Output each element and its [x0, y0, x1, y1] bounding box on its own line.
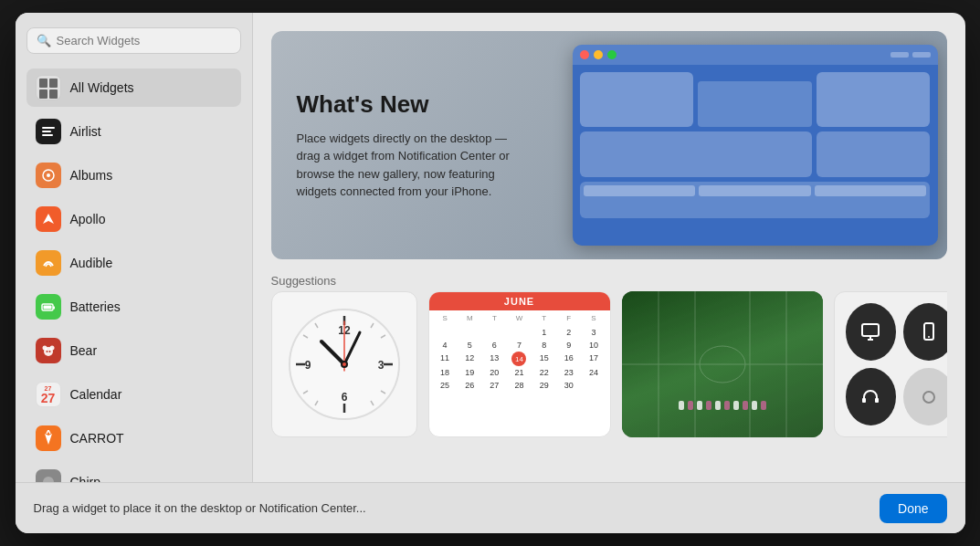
all-widgets-icon: [36, 75, 61, 100]
people-figures: [640, 401, 805, 410]
headphone-control: [846, 368, 897, 425]
sidebar-item-label: CARROT: [70, 431, 124, 446]
footer: Drag a widget to place it on the desktop…: [16, 482, 965, 533]
apollo-icon: [36, 206, 61, 232]
chirp-icon: [36, 469, 61, 482]
search-icon: 🔍: [37, 34, 51, 47]
svg-rect-7: [43, 306, 51, 310]
hero-title: What's New: [297, 90, 538, 119]
svg-rect-2: [42, 134, 53, 136]
svg-point-35: [342, 362, 346, 366]
traffic-light-yellow: [594, 50, 603, 59]
sidebar-item-batteries[interactable]: Batteries: [26, 288, 241, 326]
svg-point-46: [928, 336, 930, 338]
svg-rect-48: [875, 398, 879, 403]
svg-text:3: 3: [377, 359, 384, 372]
cal-month-header: JUNE: [429, 292, 610, 310]
svg-point-10: [49, 346, 54, 351]
today-marker: 14: [511, 352, 526, 366]
sidebar-item-all-widgets[interactable]: All Widgets: [26, 68, 241, 107]
inactive-control: [903, 368, 947, 425]
sidebar-item-audible[interactable]: Audible: [26, 244, 241, 282]
sidebar-item-chirp[interactable]: Chirp: [26, 463, 241, 482]
window-mockup: [573, 45, 938, 246]
cal-days-header: S M T W T F S: [429, 310, 610, 326]
hero-image: [564, 31, 947, 259]
cal-day-label: W: [507, 312, 532, 324]
sidebar-item-label: All Widgets: [70, 80, 134, 95]
calendar-icon-sidebar: 27 27: [36, 382, 61, 407]
traffic-light-red: [580, 50, 589, 59]
traffic-light-green: [607, 50, 616, 59]
sidebar-item-carrot[interactable]: CARROT: [26, 419, 241, 457]
svg-point-12: [48, 351, 50, 352]
sidebar-item-label: Apollo: [70, 212, 106, 226]
svg-point-9: [42, 346, 47, 351]
carrot-icon: [36, 425, 61, 451]
sidebar-item-label: Batteries: [70, 299, 121, 314]
suggestions-section: Suggestions: [271, 274, 947, 437]
hero-text: What's New Place widgets directly on the…: [271, 31, 564, 259]
search-box[interactable]: 🔍: [26, 27, 241, 54]
clock-svg: 12 6 9 3: [285, 305, 404, 424]
sidebar-item-label: Chirp: [70, 475, 100, 482]
sidebar-item-apollo[interactable]: Apollo: [26, 200, 241, 238]
sidebar-item-label: Bear: [70, 343, 98, 358]
svg-text:6: 6: [341, 391, 347, 404]
widget-gallery-panel: 🔍 All Widgets Airlist: [16, 13, 965, 533]
hero-description: Place widgets directly on the desktop — …: [297, 130, 516, 201]
hero-section: What's New Place widgets directly on the…: [271, 31, 947, 259]
main-content: 🔍 All Widgets Airlist: [16, 13, 965, 482]
monitor-control: [846, 303, 897, 361]
svg-text:9: 9: [304, 359, 311, 372]
cal-day-label: T: [532, 312, 556, 324]
albums-icon: [36, 163, 61, 188]
footer-instruction: Drag a widget to place it on the desktop…: [34, 501, 366, 515]
svg-point-11: [46, 351, 47, 352]
cal-day-label: F: [556, 312, 581, 324]
bear-icon: [36, 338, 61, 363]
sidebar-item-label: Audible: [70, 256, 113, 270]
sports-widget-card[interactable]: [622, 291, 823, 437]
sidebar-item-label: Calendar: [70, 387, 122, 402]
svg-rect-0: [42, 127, 55, 129]
suggestions-grid: 12 6 9 3: [271, 291, 947, 437]
sidebar-item-calendar[interactable]: 27 27 Calendar: [26, 375, 241, 414]
sidebar-item-airlist[interactable]: Airlist: [26, 112, 241, 151]
cal-day-label: T: [482, 312, 507, 324]
batteries-icon: [36, 294, 61, 320]
sidebar-item-label: Airlist: [70, 124, 101, 139]
device-control: [903, 303, 947, 361]
sidebar: 🔍 All Widgets Airlist: [16, 13, 253, 482]
sidebar-item-bear[interactable]: Bear: [26, 331, 241, 370]
controls-widget-card[interactable]: [834, 291, 947, 437]
search-input[interactable]: [57, 34, 231, 47]
sports-field: [622, 291, 823, 437]
cal-days-grid: 1 2 3 4 5 6 7 8 9 10 11 12 13: [429, 326, 610, 392]
svg-rect-47: [862, 398, 866, 403]
cal-day-label: S: [581, 312, 606, 324]
main-area: What's New Place widgets directly on the…: [253, 13, 965, 482]
done-button[interactable]: Done: [880, 494, 946, 523]
svg-point-49: [923, 392, 934, 403]
audible-icon: [36, 250, 61, 276]
clock-widget-card[interactable]: 12 6 9 3: [271, 291, 417, 437]
cal-day-label: M: [458, 312, 482, 324]
sidebar-item-albums[interactable]: Albums: [26, 156, 241, 194]
airlist-icon: [36, 119, 61, 144]
svg-point-4: [47, 173, 50, 177]
window-titlebar: [573, 45, 938, 65]
svg-rect-1: [42, 131, 51, 132]
calendar-widget-card[interactable]: JUNE S M T W T F S: [428, 291, 611, 437]
suggestions-label: Suggestions: [271, 274, 947, 288]
sidebar-item-label: Albums: [70, 168, 113, 183]
svg-rect-6: [53, 307, 55, 310]
cal-day-label: S: [433, 312, 458, 324]
svg-rect-42: [862, 324, 879, 336]
